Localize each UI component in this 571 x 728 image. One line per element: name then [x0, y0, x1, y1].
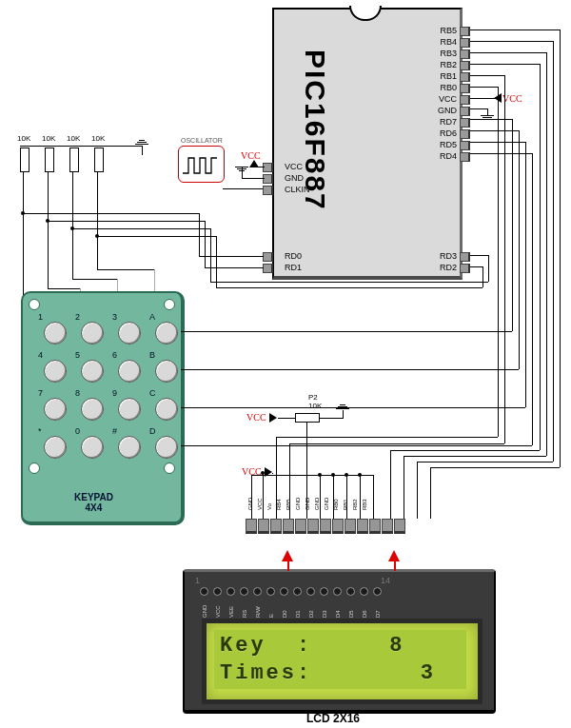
wire [466, 130, 519, 131]
connector-pin-label: Vo [266, 501, 272, 510]
wire [553, 41, 554, 462]
ground-symbol [336, 404, 349, 409]
connector-pin-label: RB0 [333, 501, 339, 510]
chip-pin-stub [460, 38, 470, 48]
chip-pin-label: GND [285, 173, 323, 183]
keypad-button[interactable] [44, 360, 67, 383]
keypad-button[interactable] [118, 360, 141, 383]
keypad-key-label: 2 [75, 312, 80, 322]
resistor [69, 148, 79, 172]
wire [519, 130, 520, 369]
lcd-pin-label: R/W [255, 608, 261, 618]
pot-label: P2 [308, 393, 318, 402]
lcd-pin-label: D3 [322, 608, 327, 618]
wire [468, 108, 487, 109]
lcd-pin-hole [320, 587, 328, 596]
pot-value: 10K [308, 402, 322, 410]
keypad-button[interactable] [155, 322, 178, 344]
wire [97, 269, 154, 270]
arrow-stem [287, 561, 289, 571]
wire [242, 178, 265, 179]
chip-pin-stub [263, 252, 273, 262]
wire [253, 167, 265, 167]
keypad-mount-hole [29, 299, 40, 310]
wire [488, 255, 489, 282]
wire [72, 228, 210, 229]
wire [390, 450, 540, 451]
oscillator-label: OSCILLATOR [181, 137, 223, 144]
wire [142, 146, 143, 155]
chip-pin-label: RD5 [419, 140, 457, 149]
resistor [94, 148, 104, 172]
lcd-pin-label: D1 [295, 608, 301, 618]
wire [72, 279, 117, 280]
lcd-pin-hole [200, 587, 208, 596]
wire [525, 142, 526, 407]
wire [216, 287, 482, 288]
wire [466, 142, 525, 143]
keypad-4x4: 123A456B789C*0#D [21, 291, 185, 525]
chip-pin-stub [460, 264, 470, 273]
connector-pin-label: RB3 [362, 501, 367, 510]
lcd-pin-hole [213, 587, 222, 596]
keypad-button[interactable] [44, 436, 67, 459]
wire [199, 256, 264, 257]
wire [205, 267, 264, 268]
keypad-button[interactable] [81, 436, 104, 459]
wire [512, 119, 513, 331]
chip-pin-stub [460, 107, 470, 116]
keypad-key-label: 9 [112, 388, 117, 398]
keypad-button[interactable] [81, 398, 104, 421]
wire [72, 172, 73, 279]
wire [417, 462, 553, 462]
keypad-button[interactable] [118, 398, 141, 421]
keypad-button[interactable] [155, 398, 178, 421]
lcd-pin-hole [373, 587, 382, 596]
connector-pad [295, 519, 306, 534]
lcd-display-area: Key : 8 Times: 3 [214, 630, 466, 689]
connector-pad [394, 519, 405, 534]
resistor-value: 10K [17, 134, 30, 143]
keypad-button[interactable] [44, 398, 67, 421]
connector-pin-label: GND [305, 501, 310, 510]
keypad-key-label: 1 [38, 312, 43, 322]
wire [466, 41, 553, 42]
wire [289, 443, 504, 444]
lcd-pin-hole [280, 587, 288, 596]
connector-pin-label: GND [295, 501, 301, 510]
keypad-key-label: A [149, 312, 155, 322]
connector-pin-label: GND [314, 501, 320, 510]
keypad-button[interactable] [44, 322, 67, 344]
wire [532, 153, 533, 445]
keypad-button[interactable] [118, 322, 141, 344]
wire [560, 30, 561, 467]
chip-pin-label: VCC [419, 94, 457, 104]
chip-pin-label: RD4 [419, 151, 457, 161]
connector-pad [332, 519, 344, 534]
chip-pin-label: VCC [285, 162, 323, 171]
keypad-mount-hole [164, 462, 175, 474]
wire [466, 52, 546, 53]
keypad-key-label: C [149, 388, 156, 398]
lcd-pin-label: D0 [282, 608, 287, 618]
chip-pin-stub [263, 174, 273, 184]
lcd-line-2: Times: 3 [220, 661, 461, 685]
lcd-pin-label: D7 [375, 608, 381, 618]
ground-symbol [135, 140, 148, 145]
chip-pin-stub [263, 186, 273, 195]
keypad-button[interactable] [118, 436, 141, 459]
wire [546, 52, 547, 456]
connector-pin-label: RB5 [286, 501, 291, 510]
wire [20, 146, 142, 147]
keypad-key-label: B [149, 350, 155, 360]
keypad-button[interactable] [155, 436, 178, 459]
keypad-button[interactable] [155, 360, 178, 383]
lcd-pin-label: GND [202, 608, 207, 618]
keypad-button[interactable] [81, 360, 104, 383]
keypad-key-label: D [149, 426, 156, 436]
keypad-title: KEYPAD 4X4 [74, 492, 113, 513]
wire [482, 266, 483, 287]
lcd-pin-hole [293, 587, 302, 596]
keypad-button[interactable] [81, 322, 104, 344]
chip-pin-label: RB4 [419, 37, 457, 47]
